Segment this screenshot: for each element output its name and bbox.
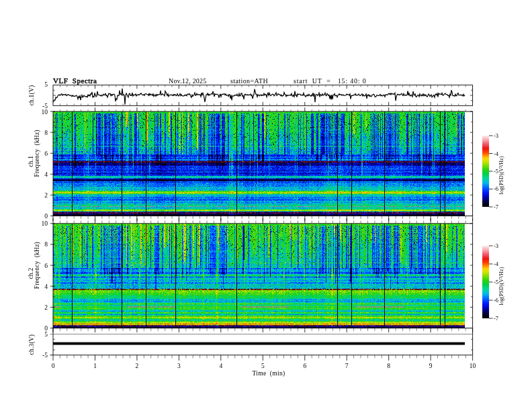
svg-text:-7: -7	[494, 203, 498, 210]
svg-text:ch.1: ch.1	[28, 156, 34, 167]
svg-text:8: 8	[387, 363, 390, 369]
svg-text:log(PSD)(V²/Hz): log(PSD)(V²/Hz)	[498, 267, 504, 305]
svg-text:log(PSD)(V²/Hz): log(PSD)(V²/Hz)	[498, 156, 504, 194]
svg-text:-3: -3	[494, 132, 498, 139]
svg-text:8: 8	[44, 129, 48, 136]
svg-text:5: 5	[44, 330, 48, 338]
svg-text:0: 0	[52, 363, 55, 369]
svg-text:2: 2	[136, 363, 139, 369]
svg-text:6: 6	[303, 363, 306, 369]
svg-text:2: 2	[44, 191, 48, 199]
svg-text:-3: -3	[494, 242, 498, 249]
svg-text:Nov.12, 2025: Nov.12, 2025	[169, 77, 206, 85]
svg-text:Time (min): Time (min)	[253, 370, 285, 377]
svg-text:3: 3	[177, 363, 181, 369]
svg-text:5: 5	[44, 81, 48, 88]
svg-text:-4: -4	[494, 150, 499, 157]
svg-text:10: 10	[41, 220, 48, 227]
svg-text:-7: -7	[494, 315, 498, 322]
svg-text:1: 1	[93, 363, 97, 369]
svg-text:10: 10	[41, 108, 48, 116]
svg-text:station=ATH: station=ATH	[230, 77, 268, 85]
svg-text:5: 5	[261, 363, 265, 369]
svg-text:VLF Spectra: VLF Spectra	[53, 77, 97, 85]
svg-text:0: 0	[44, 212, 48, 220]
svg-text:ch.3(V): ch.3(V)	[28, 334, 36, 355]
svg-text:8: 8	[44, 240, 48, 248]
svg-text:Frequency (kHz): Frequency (kHz)	[34, 242, 41, 289]
svg-text:-5: -5	[42, 351, 48, 359]
svg-text:10: 10	[470, 363, 476, 369]
svg-text:2: 2	[44, 304, 48, 311]
svg-text:4: 4	[219, 363, 222, 369]
svg-text:-4: -4	[494, 261, 499, 267]
svg-text:start UT = 15: 40: 0: start UT = 15: 40: 0	[294, 77, 366, 85]
svg-text:7: 7	[345, 363, 349, 369]
svg-text:ch.1(V): ch.1(V)	[28, 85, 36, 106]
svg-text:9: 9	[429, 363, 433, 369]
svg-text:4: 4	[44, 283, 48, 290]
svg-text:6: 6	[44, 150, 48, 157]
svg-text:ch.2: ch.2	[28, 268, 34, 279]
svg-text:Frequency (kHz): Frequency (kHz)	[34, 130, 41, 177]
svg-text:4: 4	[44, 171, 48, 178]
svg-text:6: 6	[44, 262, 48, 269]
